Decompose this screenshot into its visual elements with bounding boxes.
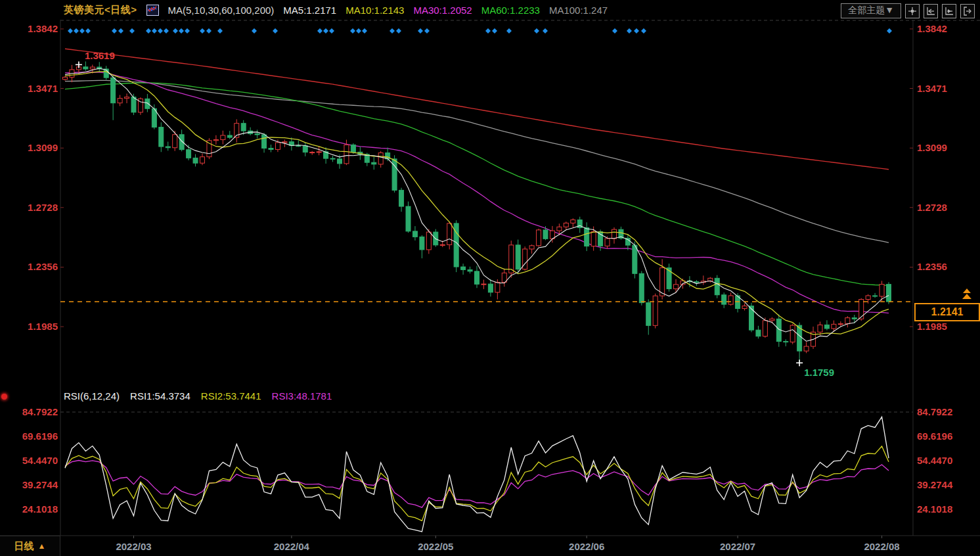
- zoom-in-axis-icon[interactable]: [942, 4, 956, 18]
- kline-chart-icon[interactable]: [146, 5, 159, 16]
- ma60-value: MA60:1.2233: [481, 5, 540, 16]
- period-up-arrow-icon: ▲: [38, 542, 46, 551]
- svg-text:1.2356: 1.2356: [917, 261, 947, 272]
- svg-text:24.1018: 24.1018: [917, 503, 952, 515]
- svg-text:2022/05: 2022/05: [418, 541, 453, 552]
- period-label: 日线: [14, 540, 34, 553]
- rsi1-value: RSI1:54.3734: [130, 390, 190, 402]
- rsi3-value: RSI3:48.1781: [272, 390, 332, 402]
- svg-text:84.7922: 84.7922: [22, 406, 58, 417]
- low-annotation: 1.1759: [804, 367, 834, 378]
- svg-text:69.6196: 69.6196: [917, 430, 952, 442]
- svg-text:1.2728: 1.2728: [917, 202, 947, 213]
- ma-params-label: MA(5,10,30,60,100,200): [168, 5, 275, 16]
- chart-toolbar: 全部主题▼: [841, 3, 975, 18]
- svg-text:1.3842: 1.3842: [917, 23, 947, 34]
- svg-text:1.2356: 1.2356: [28, 261, 58, 272]
- alert-dot-icon: [1, 394, 7, 400]
- svg-text:2022/07: 2022/07: [720, 541, 755, 552]
- svg-text:2022/08: 2022/08: [864, 541, 899, 552]
- rsi2-value: RSI2:53.7441: [201, 390, 261, 402]
- svg-text:1.3842: 1.3842: [28, 23, 58, 34]
- current-price-badge: 1.2141: [914, 303, 980, 321]
- svg-text:1.2728: 1.2728: [28, 202, 58, 213]
- zoom-out-axis-icon[interactable]: [924, 4, 938, 18]
- svg-text:2022/06: 2022/06: [569, 541, 604, 552]
- svg-text:54.4470: 54.4470: [917, 455, 952, 466]
- svg-text:84.7922: 84.7922: [917, 406, 952, 417]
- period-selector[interactable]: 日线 ▲: [0, 536, 60, 556]
- svg-text:1.1985: 1.1985: [28, 321, 58, 332]
- svg-text:2022/04: 2022/04: [274, 541, 310, 552]
- export-chart-icon[interactable]: [960, 4, 975, 18]
- svg-text:1.3471: 1.3471: [28, 83, 58, 94]
- ma10-value: MA10:1.2143: [345, 5, 404, 16]
- svg-text:1.3099: 1.3099: [917, 142, 947, 153]
- candles-layer: [63, 61, 891, 363]
- rsi-header: RSI(6,12,24) RSI1:54.3734 RSI2:53.7441 R…: [64, 390, 332, 402]
- event-dots-layer: [68, 28, 892, 34]
- svg-text:2022/03: 2022/03: [116, 541, 151, 552]
- svg-text:69.6196: 69.6196: [22, 430, 58, 442]
- svg-text:1.3099: 1.3099: [28, 142, 58, 153]
- svg-text:1.1985: 1.1985: [917, 321, 947, 332]
- rsi-lines-layer: [65, 417, 889, 532]
- svg-text:39.2744: 39.2744: [22, 479, 58, 490]
- grid-layer: [0, 20, 980, 536]
- axis-labels-layer: 1.38421.38421.34711.34711.30991.30991.27…: [22, 23, 953, 552]
- ma5-value: MA5:1.2171: [283, 5, 336, 16]
- svg-text:24.1018: 24.1018: [22, 503, 58, 515]
- high-annotation: 1.3619: [85, 50, 115, 61]
- chart-header: 英镑美元<日线> MA(5,10,30,60,100,200) MA5:1.21…: [0, 0, 980, 20]
- ma30-value: MA30:1.2052: [413, 5, 472, 16]
- trading-app-window: 1.38421.38421.34711.34711.30991.30991.27…: [0, 0, 980, 556]
- svg-text:54.4470: 54.4470: [22, 455, 58, 466]
- ma100-value: MA100:1.247: [549, 5, 608, 16]
- move-crosshair-icon[interactable]: [905, 4, 920, 18]
- theme-dropdown-button[interactable]: 全部主题▼: [841, 3, 901, 18]
- svg-text:39.2744: 39.2744: [917, 479, 953, 490]
- svg-text:1.3471: 1.3471: [917, 83, 947, 94]
- main-chart-canvas[interactable]: 1.38421.38421.34711.34711.30991.30991.27…: [0, 0, 980, 556]
- symbol-title: 英镑美元<日线>: [64, 4, 137, 16]
- rsi-params-label: RSI(6,12,24): [64, 390, 120, 402]
- scroll-to-latest-icon[interactable]: [960, 289, 973, 303]
